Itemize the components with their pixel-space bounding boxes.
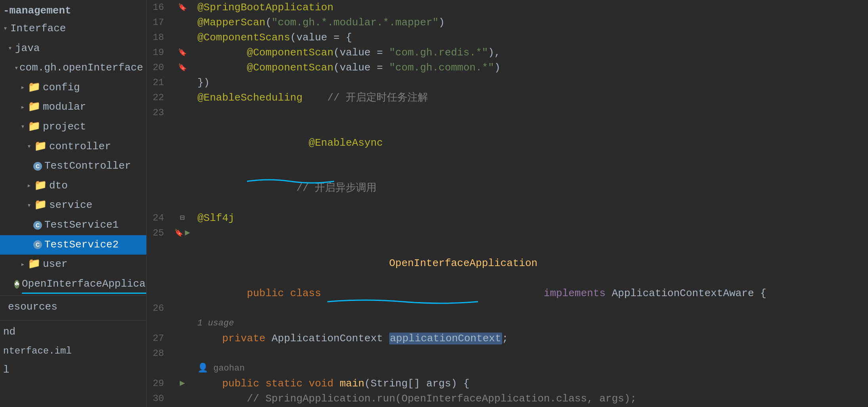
sidebar-item-user[interactable]: 📁 user xyxy=(0,255,146,274)
code-line-19: 19 🔖 @ComponentScan(value = "com.gh.redi… xyxy=(147,45,868,60)
module-icon: ☘ xyxy=(14,280,19,289)
line-num-28: 28 xyxy=(147,346,170,361)
arrow-icon xyxy=(8,43,14,54)
arrow-icon xyxy=(14,63,19,74)
code-line-26: 26 xyxy=(147,301,868,316)
line-content-20: @ComponentScan(value = "com.gh.common.*"… xyxy=(194,60,868,75)
sidebar-item-controller[interactable]: 📁 controller xyxy=(0,137,146,157)
code-line-23: 23 @EnableAsync // 开启异步调用 xyxy=(147,105,868,211)
line-num-20: 20 xyxy=(147,60,170,75)
line-num-22: 22 xyxy=(147,90,170,105)
user-label: user xyxy=(43,256,67,273)
gutter-29: ▶ xyxy=(170,376,194,391)
modular-label: modular xyxy=(43,99,86,116)
line-num-23: 23 xyxy=(147,105,170,120)
line-content-16: @SpringBootApplication xyxy=(194,0,868,15)
line-num-27: 27 xyxy=(147,331,170,346)
run-icon-29[interactable]: ▶ xyxy=(180,376,185,391)
code-line-18: 18 @ComponentScans(value = { xyxy=(147,30,868,45)
line-content-30: // SpringApplication.run(OpenInterfaceAp… xyxy=(194,391,868,406)
code-line-16: 16 🔖 @SpringBootApplication xyxy=(147,0,868,15)
code-line-27: 27 private ApplicationContext applicatio… xyxy=(147,331,868,346)
interface-label: Interface xyxy=(10,21,66,37)
class-icon: C xyxy=(33,162,42,171)
controller-label: controller xyxy=(49,139,111,155)
java-label: java xyxy=(15,40,40,57)
gutter-16: 🔖 xyxy=(170,0,194,15)
sidebar-item-l[interactable]: l xyxy=(0,360,146,380)
line-content-23: @EnableAsync // 开启异步调用 xyxy=(194,105,868,211)
sidebar-item-testcontroller[interactable]: C TestController xyxy=(0,156,146,176)
usage-hint: 1 usage xyxy=(197,316,234,331)
arrow-icon xyxy=(3,23,10,34)
arrow-icon xyxy=(21,259,27,270)
sidebar-item-service[interactable]: 📁 service xyxy=(0,196,146,215)
sidebar-item-testservice2[interactable]: C TestService2 xyxy=(0,235,146,255)
gutter-24: ⊟ xyxy=(170,211,194,226)
code-line-22: 22 @EnableScheduling // 开启定时任务注解 xyxy=(147,90,868,105)
run-icon[interactable]: ▶ xyxy=(185,226,190,241)
class-icon: C xyxy=(33,240,42,249)
line-content-27: private ApplicationContext applicationCo… xyxy=(194,331,868,346)
line-num-usage: 26 xyxy=(147,316,170,331)
resources-label: esources xyxy=(8,299,57,316)
openinterface-app-label: OpenInterfaceApplication xyxy=(22,276,146,293)
sidebar-item-config[interactable]: 📁 config xyxy=(0,78,146,98)
gutter-20: 🔖 xyxy=(170,60,194,75)
code-line-28: 28 xyxy=(147,346,868,361)
line-content-18: @ComponentScans(value = { xyxy=(194,30,868,45)
sidebar-scroll[interactable]: -management Interface java com.gh.openIn… xyxy=(0,0,146,407)
sidebar-item-dto[interactable]: 📁 dto xyxy=(0,176,146,196)
sidebar: -management Interface java com.gh.openIn… xyxy=(0,0,147,407)
line-content-24: @Slf4j xyxy=(194,211,868,226)
arrow-icon xyxy=(21,102,27,113)
code-line-24: 24 ⊟ @Slf4j xyxy=(147,211,868,226)
class-icon: C xyxy=(33,221,42,230)
sidebar-item-package[interactable]: com.gh.openInterface xyxy=(0,58,146,78)
sidebar-item-java[interactable]: java xyxy=(0,39,146,59)
management-label: -management xyxy=(0,0,146,19)
arrow-icon xyxy=(27,141,33,152)
line-num-30: 30 xyxy=(147,391,170,406)
project-label: project xyxy=(43,119,86,135)
author-hint: 👤 gaohan xyxy=(197,361,245,376)
arrow-icon xyxy=(21,82,27,93)
sidebar-item-iml[interactable]: nterface.iml xyxy=(0,342,146,360)
l-label: l xyxy=(3,362,10,378)
iml-label: nterface.iml xyxy=(3,344,72,359)
code-line-25: 25 🔖 ▶ public class OpenInterfaceApplica… xyxy=(147,226,868,301)
enable-async-annotation: @EnableAsync xyxy=(247,120,383,181)
sidebar-item-nd[interactable]: nd xyxy=(0,322,146,342)
line-content-25: public class OpenInterfaceApplication im… xyxy=(194,226,868,301)
line-num-26: 26 xyxy=(147,301,170,316)
config-label: config xyxy=(43,80,80,96)
line-content-29: public static void main(String[] args) { xyxy=(194,376,868,391)
sidebar-item-interface[interactable]: Interface xyxy=(0,19,146,39)
arrow-icon xyxy=(27,200,33,211)
line-num-18: 18 xyxy=(147,30,170,45)
fold-icon: ⊟ xyxy=(180,211,185,226)
testservice1-label: TestService1 xyxy=(44,217,119,234)
bookmark-icon: 🔖 xyxy=(178,45,187,60)
author-hint-row: 28 👤 gaohan xyxy=(147,361,868,376)
line-content-21: }) xyxy=(194,75,868,90)
nd-label: nd xyxy=(3,324,15,340)
sidebar-item-testservice1[interactable]: C TestService1 xyxy=(0,215,146,235)
line-num-16: 16 xyxy=(147,0,170,15)
sidebar-item-modular[interactable]: 📁 modular xyxy=(0,97,146,117)
service-label: service xyxy=(49,197,92,214)
line-num-author: 28 xyxy=(147,361,170,376)
editor: 16 🔖 @SpringBootApplication 17 @MapperSc… xyxy=(147,0,868,407)
code-line-21: 21 }) xyxy=(147,75,868,90)
gutter-25: 🔖 ▶ xyxy=(170,226,194,241)
sidebar-item-project[interactable]: 📁 project xyxy=(0,117,146,137)
sidebar-item-openinterface-app[interactable]: ☘ OpenInterfaceApplication xyxy=(0,274,146,294)
testservice2-label: TestService2 xyxy=(44,237,119,253)
line-num-19: 19 xyxy=(147,45,170,60)
line-num-17: 17 xyxy=(147,15,170,30)
line-num-25: 25 xyxy=(147,226,170,241)
line-num-29: 29 xyxy=(147,376,170,391)
bookmark-icon: 🔖 xyxy=(178,0,187,15)
sidebar-item-resources[interactable]: esources xyxy=(0,297,146,317)
bookmark-icon: 🔖 xyxy=(178,60,187,75)
